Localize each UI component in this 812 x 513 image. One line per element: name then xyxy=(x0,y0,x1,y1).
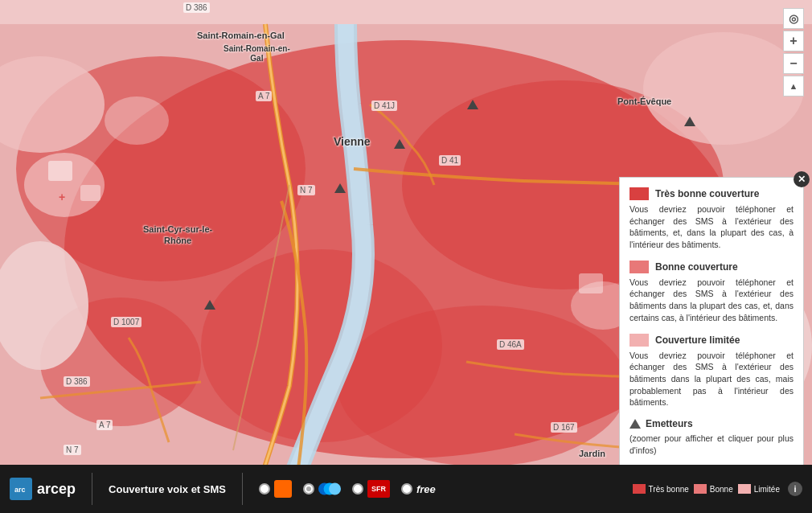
legend-bar-tres-bonne: Très bonne xyxy=(633,484,689,494)
arcep-logo-text: arcep xyxy=(37,481,76,498)
legend-bonne: Bonne couverture Vous devriez pouvoir té… xyxy=(630,261,794,324)
legend-colors-row: Très bonne Bonne Limitée i xyxy=(633,482,802,496)
operator-free[interactable]: free xyxy=(401,483,436,495)
legend-title-bonne: Bonne couverture xyxy=(655,261,738,273)
bottom-divider-2 xyxy=(242,473,243,505)
legend-color-bonne xyxy=(630,261,649,273)
operator-bouygues[interactable] xyxy=(303,480,341,498)
operator-orange[interactable] xyxy=(259,480,292,498)
legend-color-tres-bonne xyxy=(630,187,649,200)
svg-rect-16 xyxy=(579,273,603,293)
legend-panel: ✕ Très bonne couverture Vous devriez pou… xyxy=(619,177,804,485)
legend-tres-bonne: Très bonne couverture Vous devriez pouvo… xyxy=(630,187,794,251)
sfr-logo: SFR xyxy=(367,480,390,498)
info-button[interactable]: i xyxy=(788,482,802,496)
zoom-in-button[interactable]: + xyxy=(783,31,804,51)
locate-button[interactable]: ◎ xyxy=(783,8,804,29)
radio-bouygues[interactable] xyxy=(303,483,314,495)
swatch-label-limitee: Limitée xyxy=(754,485,780,494)
radio-free[interactable] xyxy=(401,483,412,495)
svg-rect-21 xyxy=(277,482,289,495)
arcep-logo: arc arcep xyxy=(10,478,76,500)
bottom-title: Couverture voix et SMS xyxy=(109,483,226,495)
operator-sfr[interactable]: SFR xyxy=(352,480,390,498)
svg-text:arc: arc xyxy=(14,486,26,494)
legend-desc-tres-bonne: Vous devriez pouvoir téléphoner et échan… xyxy=(630,203,794,251)
north-button[interactable]: ▲ xyxy=(783,76,804,96)
emetteur-icon xyxy=(630,419,641,429)
svg-point-6 xyxy=(338,306,627,466)
svg-point-24 xyxy=(329,483,341,495)
legend-limitee: Couverture limitée Vous devriez pouvoir … xyxy=(630,334,794,408)
legend-title-tres-bonne: Très bonne couverture xyxy=(655,188,759,199)
legend-desc-emetteurs: (zoomer pour afficher et cliquer pour pl… xyxy=(630,433,794,456)
swatch-label-tres-bonne: Très bonne xyxy=(649,485,689,494)
zoom-out-button[interactable]: − xyxy=(783,53,804,74)
legend-bar-bonne: Bonne xyxy=(694,484,733,494)
legend-close-button[interactable]: ✕ xyxy=(794,171,810,187)
free-logo: free xyxy=(416,483,436,495)
svg-point-12 xyxy=(105,96,169,145)
legend-desc-bonne: Vous devriez pouvoir téléphoner et échan… xyxy=(630,277,794,324)
arcep-logo-icon: arc xyxy=(10,478,32,500)
legend-bar-limitee: Limitée xyxy=(738,484,780,494)
swatch-label-bonne: Bonne xyxy=(710,485,733,494)
map-container: + Saint-Romain-en-Gal Saint-Romain-en-Ga… xyxy=(0,0,812,513)
radio-orange[interactable] xyxy=(259,483,270,495)
swatch-limitee xyxy=(738,484,751,494)
bouygues-logo xyxy=(318,480,341,498)
svg-rect-15 xyxy=(80,185,100,201)
legend-emetteurs: Emetteurs (zoomer pour afficher et cliqu… xyxy=(630,418,794,456)
svg-text:+: + xyxy=(59,191,65,203)
svg-rect-14 xyxy=(48,161,72,181)
swatch-tres-bonne xyxy=(633,484,646,494)
legend-color-limitee xyxy=(630,334,649,347)
legend-desc-limitee: Vous devriez pouvoir téléphoner et échan… xyxy=(630,350,794,408)
map-controls: ◎ + − ▲ xyxy=(783,8,804,96)
legend-title-limitee: Couverture limitée xyxy=(655,334,740,346)
bottom-divider-1 xyxy=(92,473,92,505)
swatch-bonne xyxy=(694,484,707,494)
radio-sfr[interactable] xyxy=(352,483,363,495)
operators-row: SFR free Très bonne Bonne Limit xyxy=(259,480,802,498)
bottom-bar: arc arcep Couverture voix et SMS xyxy=(0,465,812,513)
orange-logo xyxy=(274,480,292,498)
legend-title-emetteurs: Emetteurs xyxy=(646,418,693,429)
svg-point-8 xyxy=(643,32,804,145)
